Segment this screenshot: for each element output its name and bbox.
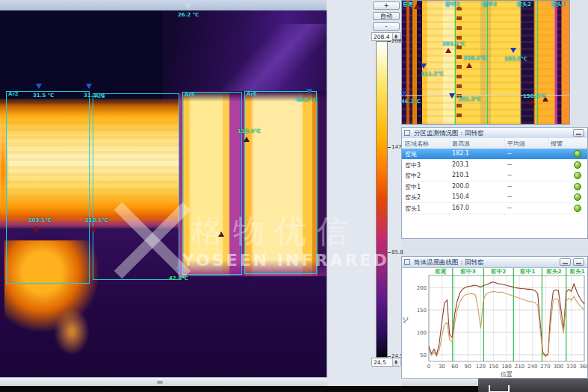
table-cell: 200.0: [452, 183, 469, 190]
temp-label: 150.4℃: [523, 93, 546, 99]
max-marker-icon: [414, 4, 420, 9]
table-cell: 167.0: [452, 205, 469, 211]
max-marker-icon: [529, 99, 535, 105]
table-cell: --: [507, 183, 512, 190]
table-cell: 210.1: [452, 172, 469, 178]
table-cell: 182.1: [452, 150, 469, 157]
svg-text:150: 150: [417, 308, 427, 314]
svg-text:60: 60: [451, 364, 458, 370]
max-marker-icon: [33, 226, 39, 231]
table-cell: 203.1: [452, 161, 469, 168]
alarm-status-ok-icon: [574, 183, 581, 190]
svg-text:200: 200: [417, 285, 427, 291]
scale-zoom-in-button[interactable]: +: [373, 1, 400, 10]
scale-min-value: 24.5: [374, 359, 386, 366]
minimize-button[interactable]: [560, 258, 571, 266]
max-marker-icon: [466, 63, 472, 68]
alarm-status-ok-icon: [574, 150, 581, 158]
scan-annotation-layer: 203.1℃210.1℃103.8℃111.2℃46.3℃201.3℃150.4…: [401, 0, 570, 125]
svg-text:窑头2: 窑头2: [546, 268, 562, 275]
table-cell: 窑中2: [405, 172, 421, 180]
taskbar-app-icon[interactable]: [489, 385, 510, 392]
measure-region-Ar3[interactable]: Ar3: [93, 93, 179, 280]
svg-text:270: 270: [540, 364, 550, 370]
palette-column: + 自动 - 208.4 208.4147.185.824.5 24.5: [327, 0, 401, 386]
table-panel-titlebar[interactable]: 分区监测情况图：回转窑: [402, 128, 587, 139]
svg-text:330: 330: [566, 364, 576, 370]
alarm-status-ok-icon: [574, 161, 581, 169]
max-marker-icon: [445, 48, 451, 53]
temp-label: 111.2℃: [421, 71, 444, 77]
temp-label: 窑头2: [517, 1, 531, 8]
col-alarm: 报警: [551, 140, 563, 148]
min-marker-icon: [510, 48, 516, 53]
svg-text:50: 50: [420, 352, 427, 358]
minimize-button[interactable]: [573, 129, 584, 137]
table-cell: 窑中3: [405, 161, 421, 169]
main-thermal-pane: Ar2Ar3Ar5Ar626.2 ℃31.5 ℃31.1 ℃40.3 ℃203.…: [0, 0, 327, 386]
temp-label: 40.3 ℃: [296, 97, 317, 103]
temp-label: 203.1℃: [28, 217, 52, 223]
svg-text:100: 100: [417, 330, 427, 336]
svg-text:120: 120: [476, 364, 486, 370]
measure-region-Ar2[interactable]: Ar2: [6, 91, 90, 284]
region-id-label: Ar6: [247, 91, 257, 97]
alarm-status-ok-icon: [574, 205, 581, 212]
spinner-down-icon[interactable]: [394, 362, 397, 364]
colorbar-gradient: [376, 41, 388, 358]
measure-region-Ar5[interactable]: Ar5: [182, 92, 242, 275]
temp-label: 150.4℃: [238, 128, 261, 134]
table-cell: 窑尾: [405, 150, 417, 158]
table-cell: 窑头2: [405, 193, 421, 202]
scale-auto-button[interactable]: 自动: [373, 12, 400, 20]
panel-icon-chart: [404, 259, 410, 265]
temp-label: 26.2 ℃: [178, 12, 199, 18]
temp-label: 窑中3: [445, 1, 459, 8]
svg-text:210: 210: [515, 364, 524, 370]
temp-label: 31.5 ℃: [33, 93, 54, 99]
table-row[interactable]: 窑中3203.1--: [402, 160, 587, 171]
temp-label: 窑中2: [483, 1, 497, 8]
scale-zoom-out-button[interactable]: -: [373, 22, 400, 31]
taskbar[interactable]: [478, 379, 588, 392]
alarm-status-ok-icon: [574, 193, 581, 201]
table-cell: --: [507, 205, 512, 211]
table-cell: 窑中1: [405, 183, 421, 191]
temp-label: 210.1℃: [85, 217, 108, 223]
svg-text:窑中3: 窑中3: [459, 268, 475, 275]
region-table-panel: 分区监测情况图：回转窑 区域名称 最高温 平均温 报警 窑尾182.1--窑中3…: [401, 127, 588, 239]
temp-label: 201.3℃: [458, 96, 481, 102]
table-cell: --: [507, 172, 512, 178]
region-id-label: Ar2: [8, 91, 19, 97]
temp-label: 31.1 ℃: [84, 93, 105, 99]
temp-label: 46.3℃: [401, 99, 421, 105]
spinner-arrows-icon[interactable]: [392, 358, 399, 366]
scale-min-spinner[interactable]: 24.5: [371, 358, 400, 367]
table-header: 区域名称 最高温 平均温 报警: [402, 138, 587, 149]
table-cell: --: [507, 150, 512, 157]
scrollbar-thumb[interactable]: [157, 381, 163, 384]
table-row[interactable]: 窑头1167.0--: [402, 203, 587, 214]
min-marker-icon: [449, 93, 455, 99]
colorbar-tick-label: 85.8: [388, 249, 403, 255]
min-marker-icon: [401, 91, 407, 96]
measure-region-Ar6[interactable]: Ar6: [244, 91, 317, 274]
col-region-name: 区域名称: [405, 140, 429, 148]
min-marker-icon: [176, 267, 182, 273]
table-row[interactable]: 窑中2210.1--: [402, 170, 587, 181]
svg-text:0: 0: [427, 364, 430, 370]
min-marker-icon: [86, 84, 92, 89]
svg-text:150: 150: [489, 364, 498, 370]
col-max-temp: 最高温: [452, 140, 470, 148]
svg-text:窑尾: 窑尾: [434, 268, 447, 275]
table-row[interactable]: 窑尾182.1--: [402, 149, 587, 160]
app-window: Ar2Ar3Ar5Ar626.2 ℃31.5 ℃31.1 ℃40.3 ℃203.…: [0, 0, 588, 392]
svg-text:30: 30: [439, 364, 445, 370]
min-marker-icon: [36, 84, 42, 89]
region-id-label: Ar5: [185, 92, 195, 98]
table-row[interactable]: 窑中1200.0--: [402, 181, 587, 193]
alarm-status-ok-icon: [574, 172, 581, 179]
table-row[interactable]: 窑头2150.4--: [402, 192, 587, 203]
maximize-button[interactable]: [573, 258, 584, 266]
svg-text:360: 360: [579, 364, 587, 370]
